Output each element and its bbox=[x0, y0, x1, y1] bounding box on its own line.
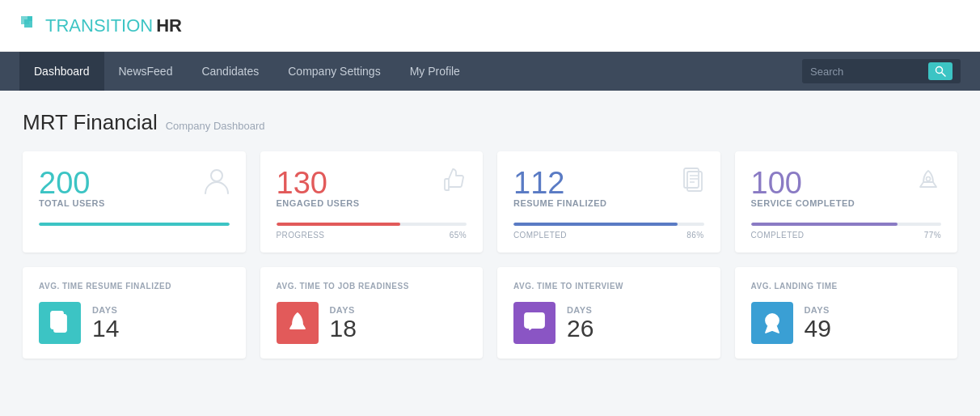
award-avg-icon bbox=[761, 311, 784, 335]
top-bar: TRANSITIONHR bbox=[0, 0, 980, 52]
progress-pct-service: 77% bbox=[924, 231, 941, 240]
svg-point-16 bbox=[296, 320, 299, 323]
avg-bottom-landing: DAYS 49 bbox=[751, 302, 942, 344]
progress-pct-engaged: 65% bbox=[450, 231, 467, 240]
page-content: MRT Financial Company Dashboard 200 TOTA… bbox=[0, 91, 980, 378]
stat-label-total-users: TOTAL USERS bbox=[39, 198, 105, 208]
svg-line-4 bbox=[942, 73, 946, 77]
svg-rect-13 bbox=[54, 315, 66, 332]
stat-label-service-completed: SERVICE COMPLETED bbox=[751, 198, 855, 208]
avg-bottom-job: DAYS 18 bbox=[277, 302, 467, 344]
stat-number-service-completed: 100 bbox=[751, 168, 855, 198]
search-icon bbox=[935, 66, 946, 77]
svg-point-11 bbox=[927, 177, 931, 181]
nav-item-my-profile[interactable]: My Profile bbox=[395, 52, 475, 91]
page-title-row: MRT Financial Company Dashboard bbox=[23, 110, 957, 135]
rocket-avg-icon bbox=[286, 311, 309, 335]
page-title: MRT Financial bbox=[23, 110, 158, 135]
progress-bar-resume-finalized: COMPLETED 86% bbox=[513, 223, 704, 240]
progress-bar-total-users bbox=[39, 223, 230, 226]
search-input[interactable] bbox=[810, 66, 923, 78]
avg-value-interview: DAYS 26 bbox=[567, 305, 593, 342]
document-avg-icon bbox=[49, 311, 70, 335]
document-icon bbox=[682, 168, 704, 201]
avg-value-job: DAYS 18 bbox=[330, 305, 357, 342]
thumb-icon bbox=[442, 168, 467, 201]
nav-bar: Dashboard NewsFeed Candidates Company Se… bbox=[0, 52, 980, 91]
nav-item-candidates[interactable]: Candidates bbox=[187, 52, 273, 91]
avg-label-landing: AVG. LANDING TIME bbox=[751, 282, 942, 291]
progress-label-engaged: PROGRESS bbox=[277, 231, 325, 240]
stat-label-engaged-users: ENGAGED USERS bbox=[277, 198, 360, 208]
progress-label-resume: COMPLETED bbox=[513, 231, 567, 240]
avg-card-resume-finalized: AVG. TIME RESUME FINALIZED DAYS 14 bbox=[23, 267, 246, 359]
progress-bar-service-completed: COMPLETED 77% bbox=[751, 223, 942, 240]
avg-value-landing: DAYS 49 bbox=[805, 305, 831, 342]
user-icon bbox=[204, 168, 230, 202]
svg-point-5 bbox=[211, 170, 222, 181]
nav-item-newsfeed[interactable]: NewsFeed bbox=[104, 52, 188, 91]
svg-rect-2 bbox=[27, 16, 32, 21]
bottom-grid: AVG. TIME RESUME FINALIZED DAYS 14 bbox=[23, 267, 957, 359]
progress-bar-engaged-users: PROGRESS 65% bbox=[277, 223, 467, 240]
logo-text-transition: TRANSITION bbox=[45, 15, 153, 36]
logo-icon bbox=[19, 15, 42, 37]
progress-label-service: COMPLETED bbox=[751, 231, 805, 240]
logo-text-hr: HR bbox=[156, 15, 182, 36]
avg-value-resume: DAYS 14 bbox=[92, 305, 119, 342]
nav-item-company-settings[interactable]: Company Settings bbox=[273, 52, 395, 91]
stat-top: 200 TOTAL USERS bbox=[39, 168, 230, 218]
avg-card-interview: AVG. TIME TO INTERVIEW DAYS 26 bbox=[497, 267, 720, 359]
avg-icon-box-job bbox=[277, 302, 319, 344]
avg-card-landing: AVG. LANDING TIME DAYS 49 bbox=[735, 267, 958, 359]
avg-icon-box-resume bbox=[39, 302, 81, 344]
stats-grid: 200 TOTAL USERS 130 bbox=[23, 151, 957, 253]
stat-card-total-users: 200 TOTAL USERS bbox=[23, 151, 246, 253]
stat-card-service-completed: 100 SERVICE COMPLETED COMPLETED bbox=[735, 151, 958, 253]
avg-label-interview: AVG. TIME TO INTERVIEW bbox=[513, 282, 704, 291]
progress-pct-resume: 86% bbox=[686, 231, 703, 240]
logo: TRANSITIONHR bbox=[19, 15, 182, 37]
stat-top: 100 SERVICE COMPLETED bbox=[751, 168, 942, 218]
avg-bottom-interview: DAYS 26 bbox=[513, 302, 704, 344]
avg-icon-box-interview bbox=[513, 302, 555, 344]
nav-links: Dashboard NewsFeed Candidates Company Se… bbox=[19, 52, 802, 91]
stat-number-total-users: 200 bbox=[39, 168, 105, 198]
page-subtitle: Company Dashboard bbox=[166, 120, 265, 132]
nav-search bbox=[802, 59, 961, 83]
avg-bottom-resume: DAYS 14 bbox=[39, 302, 230, 344]
stat-card-engaged-users: 130 ENGAGED USERS PROGRESS 65% bbox=[260, 151, 484, 253]
avg-card-job-readiness: AVG. TIME TO JOB READINESS DAYS 18 bbox=[260, 267, 484, 359]
avg-label-resume-finalized: AVG. TIME RESUME FINALIZED bbox=[39, 282, 230, 291]
stat-number-resume-finalized: 112 bbox=[513, 168, 607, 198]
stat-top: 112 RESUME FINALIZED bbox=[513, 168, 704, 218]
stat-top: 130 ENGAGED USERS bbox=[277, 168, 467, 218]
avg-icon-box-landing bbox=[751, 302, 793, 344]
avg-label-job-readiness: AVG. TIME TO JOB READINESS bbox=[277, 282, 467, 291]
rocket-icon bbox=[915, 168, 941, 201]
stat-card-resume-finalized: 112 RESUME FINALIZED bbox=[497, 151, 720, 253]
search-button[interactable] bbox=[928, 62, 953, 80]
nav-item-dashboard[interactable]: Dashboard bbox=[19, 52, 104, 91]
chat-avg-icon bbox=[523, 312, 546, 334]
stat-number-engaged-users: 130 bbox=[277, 168, 360, 198]
stat-label-resume-finalized: RESUME FINALIZED bbox=[513, 198, 607, 208]
